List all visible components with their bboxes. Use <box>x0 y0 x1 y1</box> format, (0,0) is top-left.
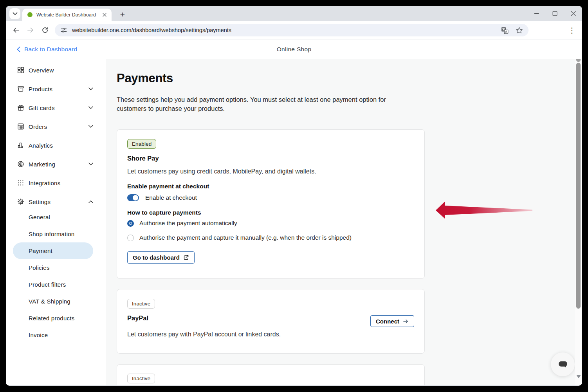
reload-icon[interactable] <box>41 26 49 34</box>
back-to-dashboard-label: Back to Dashboard <box>24 46 77 53</box>
sidebar-item-general[interactable]: General <box>6 209 106 226</box>
sidebar-item-invoice[interactable]: Invoice <box>6 327 106 343</box>
chevron-down-icon <box>88 106 93 109</box>
sidebar-item-settings[interactable]: Settings <box>6 192 106 211</box>
page-intro: These settings help you add payment opti… <box>117 95 393 113</box>
connect-label: Connect <box>376 318 399 325</box>
sub-item-label: Policies <box>29 264 50 271</box>
chevron-down-icon <box>13 12 18 16</box>
chevron-down-icon <box>88 163 93 166</box>
scrollbar-down-arrow-icon[interactable] <box>576 375 581 378</box>
provider-description: Let customers pay using credit cards, Mo… <box>127 168 316 175</box>
minimize-button[interactable] <box>533 10 540 17</box>
gift-icon <box>17 104 24 111</box>
capture-option-automatic[interactable]: Authorise the payment automatically <box>127 220 237 227</box>
target-icon <box>17 161 24 168</box>
scrollbar-thumb[interactable] <box>576 63 581 309</box>
sidebar-item-label: Products <box>29 86 52 92</box>
enable-checkout-toggle[interactable] <box>127 194 139 201</box>
provider-name: Shore Pay <box>127 155 159 162</box>
list-icon <box>17 123 24 130</box>
sub-item-label: VAT & Shipping <box>29 298 70 305</box>
provider-name: PayPal <box>127 314 148 322</box>
sidebar-nav: Overview Products Gift cards O <box>6 59 106 343</box>
forward-icon[interactable] <box>26 26 35 34</box>
main-content: Payments These settings help you add pay… <box>106 59 582 385</box>
sidebar-item-label: Overview <box>29 67 54 74</box>
settings-sub-nav: General Shop information Payment Policie… <box>6 209 106 343</box>
sidebar-item-label: Settings <box>29 199 51 205</box>
sidebar-item-shop-information[interactable]: Shop information <box>6 226 106 242</box>
browser-window: Website Builder Dashboard + <box>6 6 582 386</box>
sidebar-item-label: Integrations <box>29 180 60 186</box>
tab-search-button[interactable] <box>9 8 20 19</box>
maximize-button[interactable] <box>551 10 558 17</box>
site-settings-icon[interactable] <box>60 27 67 34</box>
sidebar-item-overview[interactable]: Overview <box>6 61 106 79</box>
connect-button[interactable]: Connect <box>370 315 414 327</box>
sidebar-item-marketing[interactable]: Marketing <box>6 155 106 173</box>
dots-grid-icon <box>17 179 24 186</box>
toggle-knob <box>133 195 138 201</box>
chevron-down-icon <box>88 125 93 128</box>
capture-option-manual[interactable]: Authorise the payment and capture it man… <box>127 234 352 241</box>
back-icon[interactable] <box>12 26 20 34</box>
sidebar-item-integrations[interactable]: Integrations <box>6 173 106 192</box>
go-to-dashboard-button[interactable]: Go to dashboard <box>127 251 195 264</box>
provider-description: Let customers pay with PayPal account or… <box>127 331 281 338</box>
sub-item-label: Related products <box>29 315 74 322</box>
provider-card-paypal: Inactive PayPal Connect Let customers pa… <box>117 289 425 354</box>
grid-icon <box>17 67 24 74</box>
sub-item-label: Invoice <box>29 332 48 338</box>
sidebar-item-orders[interactable]: Orders <box>6 117 106 136</box>
url-text: websitebuilder.one.com/dashboard/webshop… <box>72 27 501 33</box>
sidebar-item-products[interactable]: Products <box>6 79 106 98</box>
page-title: Payments <box>117 71 173 85</box>
translate-icon[interactable] <box>501 27 509 34</box>
chat-widget-button[interactable] <box>551 352 575 376</box>
back-to-dashboard-link[interactable]: Back to Dashboard <box>17 40 77 59</box>
radio-unselected-icon[interactable] <box>127 235 134 241</box>
scrollbar-top-nub[interactable] <box>576 59 581 62</box>
toggle-label: Enable at checkout <box>145 194 197 201</box>
browser-menu-icon[interactable]: ⋮ <box>566 24 578 36</box>
sidebar-item-vat-shipping[interactable]: VAT & Shipping <box>6 293 106 310</box>
provider-card-partial: Inactive <box>117 364 425 385</box>
sidebar-item-policies[interactable]: Policies <box>6 259 106 276</box>
status-badge: Inactive <box>127 374 155 383</box>
sub-item-label: Payment <box>29 247 52 254</box>
provider-card-shorepay: Enabled Shore Pay Let customers pay usin… <box>117 129 425 279</box>
sidebar-item-label: Analytics <box>29 142 53 149</box>
sidebar-item-analytics[interactable]: Analytics <box>6 136 106 155</box>
sidebar-item-gift-cards[interactable]: Gift cards <box>6 98 106 117</box>
chevron-down-icon <box>88 87 93 90</box>
url-bar[interactable]: websitebuilder.one.com/dashboard/webshop… <box>55 24 528 36</box>
radio-selected-icon[interactable] <box>127 220 134 227</box>
sidebar-item-label: Gift cards <box>29 105 55 111</box>
radio-label: Authorise the payment automatically <box>139 220 237 227</box>
bookmark-star-icon[interactable] <box>516 27 523 34</box>
box-icon <box>17 85 24 92</box>
browser-tab[interactable]: Website Builder Dashboard <box>22 9 112 21</box>
annotation-arrow-left <box>433 199 536 222</box>
radio-label: Authorise the payment and capture it man… <box>139 234 352 241</box>
page-context-title: Online Shop <box>277 40 312 59</box>
external-link-icon <box>183 255 189 260</box>
status-badge: Enabled <box>127 139 156 149</box>
go-to-dashboard-label: Go to dashboard <box>133 254 180 261</box>
app-top-bar: Back to Dashboard Online Shop <box>6 40 582 59</box>
new-tab-button[interactable]: + <box>117 9 128 20</box>
tab-title: Website Builder Dashboard <box>36 12 101 18</box>
tab-strip: Website Builder Dashboard + <box>6 6 582 21</box>
tab-close-icon[interactable] <box>101 11 108 18</box>
tab-favicon <box>27 12 32 17</box>
bar-chart-icon <box>17 142 24 149</box>
enable-payment-label: Enable payment at checkout <box>127 183 209 190</box>
sidebar-item-product-filters[interactable]: Product filters <box>6 276 106 293</box>
sidebar-item-payment[interactable]: Payment <box>6 242 106 259</box>
window-controls <box>533 6 577 21</box>
scrollbar-track[interactable] <box>575 59 582 385</box>
chevron-left-icon <box>17 47 20 52</box>
close-button[interactable] <box>570 10 577 17</box>
sidebar-item-related-products[interactable]: Related products <box>6 310 106 327</box>
